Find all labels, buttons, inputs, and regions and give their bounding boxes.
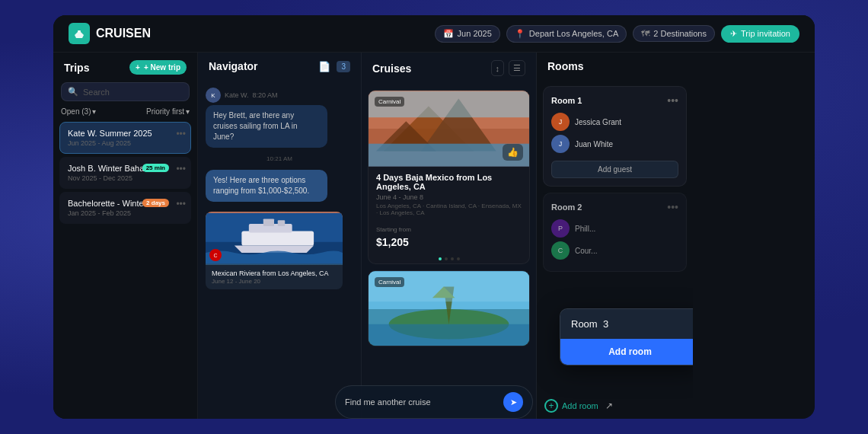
chevron-down-icon: ▾ xyxy=(92,107,96,116)
add-guest-button[interactable]: Add guest xyxy=(551,161,678,178)
cruises-column: Cruises ↕ ☰ xyxy=(362,53,537,419)
cruise-card-body: 4 Days Baja Mexico from Los Angeles, CA … xyxy=(369,167,529,254)
chat-input[interactable] xyxy=(345,397,497,407)
cruises-list: Carnival 👍 4 Days Baja Mexico from Los A… xyxy=(362,84,536,419)
cruise-logo-tag: Carnival xyxy=(375,97,404,107)
cruise-card-date: June 12 - June 20 xyxy=(212,278,337,285)
search-input[interactable] xyxy=(83,88,183,97)
like-button[interactable]: 👍 xyxy=(503,144,523,161)
cursor-icon: ↗ xyxy=(605,400,613,411)
open-filter-button[interactable]: Open (3) ▾ xyxy=(61,107,96,116)
cruises-title: Cruises xyxy=(372,62,411,75)
logo-text: CRUISEN xyxy=(96,27,151,40)
trip-item[interactable]: Josh B. Winter Bahamas Nov 2025 - Dec 20… xyxy=(59,157,191,189)
trip-item[interactable]: Kate W. Summer 2025 Jun 2025 - Aug 2025 … xyxy=(59,122,191,154)
rooms-column: Rooms Room 1 ••• J Jessica Grant J Juan xyxy=(537,53,693,419)
calendar-icon: 📅 xyxy=(443,29,454,39)
navigator-title: Navigator xyxy=(209,60,258,72)
new-trip-button[interactable]: + + New trip xyxy=(129,60,187,75)
map-icon: 🗺 xyxy=(641,29,649,38)
cruise-card[interactable]: Carnival xyxy=(368,270,530,346)
cruise-route: Los Angeles, CA · Cantina Island, CA · E… xyxy=(376,203,522,216)
chat-area: K Kate W. 8:20 AM Hey Brett, are there a… xyxy=(198,80,361,419)
room-guest: P Phill... xyxy=(551,219,678,238)
room-guest: C Cour... xyxy=(551,241,678,260)
cruise-card-image: Carnival xyxy=(369,271,529,346)
nav-badge: 3 xyxy=(337,61,350,72)
trip-item[interactable]: Bachelorette - Winter Jan 2025 - Feb 202… xyxy=(59,192,191,224)
document-icon: 📄 xyxy=(318,61,330,72)
cruise-card-small[interactable]: C Mexican Riviera from Los Angeles, CA J… xyxy=(206,212,343,289)
filter-button[interactable]: ☰ xyxy=(509,60,525,76)
trips-column: Trips + + New trip 🔍 Open (3) ▾ Priority… xyxy=(53,53,198,419)
trip-dates: Jun 2025 - Aug 2025 xyxy=(68,139,183,147)
room-name-input[interactable] xyxy=(560,309,693,339)
app-container: CRUISEN 📅 Jun 2025 📍 Depart Los Angeles,… xyxy=(53,15,815,419)
cruise-name: 4 Days Baja Mexico from Los Angeles, CA xyxy=(376,173,522,191)
trip-dates: Jan 2025 - Feb 2025 xyxy=(68,209,183,217)
cruise-card[interactable]: Carnival 👍 4 Days Baja Mexico from Los A… xyxy=(368,90,530,264)
avatar: J xyxy=(551,135,570,153)
cruise-price: $1,205 xyxy=(376,236,522,248)
date-pill[interactable]: 📅 Jun 2025 xyxy=(435,25,500,43)
svg-rect-14 xyxy=(369,324,529,346)
navigator-icons: 📄 3 xyxy=(318,61,350,72)
svg-rect-6 xyxy=(278,220,285,226)
trip-menu-icon[interactable]: ••• xyxy=(176,199,186,209)
dot xyxy=(445,257,448,260)
confirm-add-room-button[interactable]: Add room xyxy=(560,339,693,365)
trip-icon: ✈ xyxy=(730,29,737,39)
cruise-card-image: Carnival 👍 xyxy=(369,91,529,167)
trip-menu-icon[interactable]: ••• xyxy=(176,129,186,139)
message-bubble: Hey Brett, are there any cruises sailing… xyxy=(206,105,327,148)
add-room-label: Add room xyxy=(562,401,598,410)
cruises-column-header: Cruises ↕ ☰ xyxy=(362,53,536,84)
trip-menu-icon[interactable]: ••• xyxy=(176,164,186,174)
cruise-card-footer: Mexican Riviera from Los Angeles, CA Jun… xyxy=(206,265,343,289)
cruise-card-name: Mexican Riviera from Los Angeles, CA xyxy=(212,270,337,277)
avatar: C xyxy=(551,241,570,260)
guest-name: Jessica Grant xyxy=(575,118,621,126)
trip-badge: 2 days xyxy=(142,199,169,207)
room-menu-button[interactable]: ••• xyxy=(667,201,678,213)
bottom-chat: ➤ xyxy=(335,385,533,419)
dots-row xyxy=(369,254,529,263)
dot xyxy=(439,257,442,260)
depart-pill[interactable]: 📍 Depart Los Angeles, CA xyxy=(506,25,627,43)
trip-dates: Nov 2025 - Dec 2025 xyxy=(68,174,183,182)
add-room-row[interactable]: + Add room ↗ xyxy=(537,393,693,419)
search-icon: 🔍 xyxy=(68,87,78,97)
chat-message: K Kate W. 8:20 AM Hey Brett, are there a… xyxy=(206,88,353,148)
rooms-title: Rooms xyxy=(547,60,583,72)
add-room-icon: + xyxy=(544,399,558,413)
trip-invitation-button[interactable]: ✈ Trip invitation xyxy=(721,25,799,43)
room-card-header: Room 2 ••• xyxy=(551,201,678,213)
room-menu-button[interactable]: ••• xyxy=(667,94,678,107)
avatar: J xyxy=(551,113,570,131)
destinations-pill[interactable]: 🗺 2 Destinations xyxy=(633,25,715,42)
trip-name: Kate W. Summer 2025 xyxy=(68,129,183,138)
chat-message: Yes! Here are three options ranging from… xyxy=(206,170,353,202)
cruise-logo: C xyxy=(209,249,222,261)
sort-button[interactable]: ↕ xyxy=(491,60,505,76)
starting-from: Starting from xyxy=(376,226,411,233)
trip-list: Kate W. Summer 2025 Jun 2025 - Aug 2025 … xyxy=(53,122,197,224)
header-controls: 📅 Jun 2025 📍 Depart Los Angeles, CA 🗺 2 … xyxy=(435,25,799,43)
cruise-price-row: Starting from xyxy=(376,221,522,235)
trips-title: Trips xyxy=(64,62,89,74)
trip-badge: 25 min xyxy=(142,164,169,172)
cruise-dates: June 4 - June 8 xyxy=(376,193,522,201)
location-icon: 📍 xyxy=(515,29,525,39)
avatar: K xyxy=(206,88,221,103)
guest-name: Phill... xyxy=(575,225,595,233)
cruise-card-image: C xyxy=(206,212,343,265)
cruises-icons: ↕ ☰ xyxy=(491,60,526,76)
filter-row: Open (3) ▾ Priority first ▾ xyxy=(53,107,197,122)
send-icon: ➤ xyxy=(510,397,517,407)
guest-name: Cour... xyxy=(575,247,597,255)
room-guest: J Juan White xyxy=(551,135,678,153)
priority-filter-button[interactable]: Priority first ▾ xyxy=(146,107,190,116)
send-button[interactable]: ➤ xyxy=(503,392,523,412)
avatar: P xyxy=(551,219,570,238)
svg-rect-3 xyxy=(241,231,314,246)
